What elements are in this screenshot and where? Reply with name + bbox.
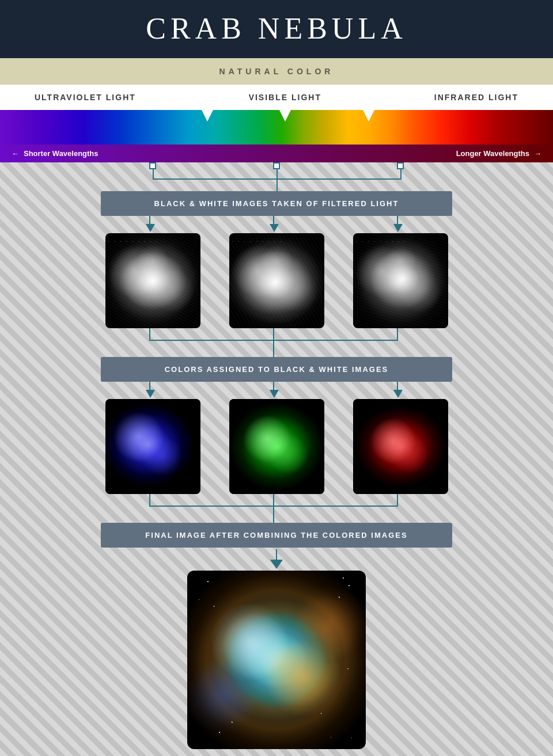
blue-nebula-cell: [101, 399, 204, 494]
final-arrow: [101, 548, 452, 571]
natural-color-banner: NATURAL COLOR: [0, 58, 553, 85]
natural-color-label: NATURAL COLOR: [219, 67, 334, 76]
green-nebula-cell: [225, 399, 328, 494]
visible-label: VISIBLE LIGHT: [249, 93, 321, 102]
header: CRAB NEBULA: [0, 0, 553, 58]
bottom-connector: [101, 494, 452, 523]
step1-arrows: [101, 216, 452, 233]
step3-banner: FINAL IMAGE AFTER COMBINING THE COLORED …: [101, 523, 452, 548]
arrow-right-icon: →: [534, 149, 541, 158]
step2-banner: COLORS ASSIGNED TO BLACK & WHITE IMAGES: [101, 357, 452, 382]
wavelength-bar: ← Shorter Wavelengths Longer Wavelengths…: [0, 145, 553, 162]
final-nebula: [187, 571, 366, 749]
longer-wavelengths-label: Longer Wavelengths →: [456, 149, 541, 158]
blue-nebula: [105, 399, 200, 494]
bw-image-center: [225, 233, 328, 328]
color-images-row: [101, 399, 452, 494]
infrared-label: INFRARED LIGHT: [434, 93, 518, 102]
arrow-left-icon: ←: [12, 149, 19, 158]
red-nebula: [353, 399, 448, 494]
green-nebula: [229, 399, 324, 494]
nebula-bw-1: [105, 233, 200, 328]
shorter-wavelengths-label: ← Shorter Wavelengths: [12, 149, 99, 158]
step1-banner: BLACK & WHITE IMAGES TAKEN OF FILTERED L…: [101, 191, 452, 216]
red-nebula-cell: [349, 399, 452, 494]
nebula-bw-3: [353, 233, 448, 328]
top-connector: [101, 162, 452, 191]
bw-image-left: [101, 233, 204, 328]
nebula-bw-2: [229, 233, 324, 328]
page-title: CRAB NEBULA: [0, 12, 553, 45]
main-content: BLACK & WHITE IMAGES TAKEN OF FILTERED L…: [75, 162, 478, 756]
mid-connector: [101, 328, 452, 357]
spectrum-bar: [0, 110, 553, 145]
step2-arrows: [101, 382, 452, 399]
bw-image-right: [349, 233, 452, 328]
light-type-labels: ULTRAVIOLET LIGHT VISIBLE LIGHT INFRARED…: [0, 85, 553, 110]
ultraviolet-label: ULTRAVIOLET LIGHT: [35, 93, 136, 102]
spectrum-container: ← Shorter Wavelengths Longer Wavelengths…: [0, 110, 553, 162]
bw-images-row: [101, 233, 452, 328]
